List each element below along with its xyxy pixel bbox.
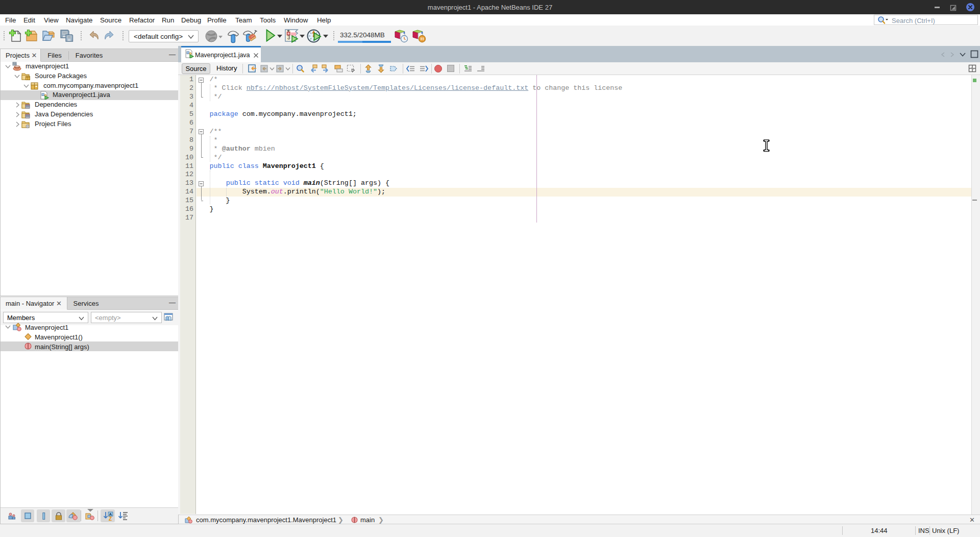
svg-text:Z: Z [109,516,112,521]
svg-text:3: 3 [287,35,290,40]
